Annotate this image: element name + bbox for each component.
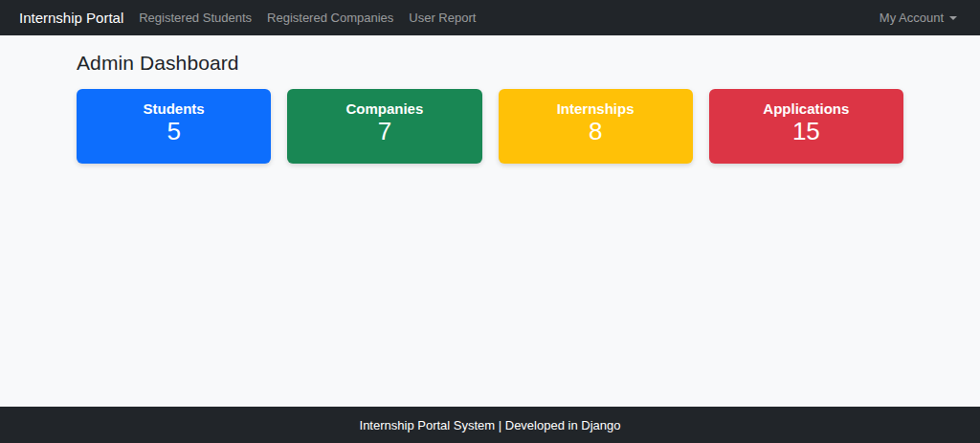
nav-link-registered-companies[interactable]: Registered Companies: [267, 11, 393, 25]
navbar-brand[interactable]: Internship Portal: [19, 10, 123, 26]
account-dropdown[interactable]: My Account: [880, 11, 957, 25]
stat-card-value: 7: [287, 118, 481, 146]
footer: Internship Portal System | Developed in …: [0, 407, 980, 443]
nav-link-registered-students[interactable]: Registered Students: [139, 11, 252, 25]
page-title: Admin Dashboard: [77, 52, 903, 75]
stat-card-students: Students 5: [77, 89, 271, 164]
stat-card-value: 5: [77, 118, 271, 146]
stat-card-value: 8: [499, 118, 693, 146]
stat-card-internships: Internships 8: [499, 89, 693, 164]
footer-text: Internship Portal System | Developed in …: [360, 418, 621, 432]
main-content: Admin Dashboard Students 5 Companies 7 I…: [77, 52, 903, 164]
navbar-links: Registered Students Registered Companies…: [139, 11, 476, 25]
stat-card-value: 15: [709, 118, 903, 146]
stat-cards-row: Students 5 Companies 7 Internships 8 App…: [77, 89, 903, 164]
account-dropdown-label: My Account: [880, 11, 944, 25]
page: Internship Portal Registered Students Re…: [0, 0, 980, 443]
navbar: Internship Portal Registered Students Re…: [0, 0, 980, 35]
stat-card-label: Internships: [499, 100, 693, 117]
stat-card-label: Companies: [287, 100, 481, 117]
nav-link-user-report[interactable]: User Report: [409, 11, 476, 25]
caret-down-icon: [949, 16, 957, 20]
stat-card-applications: Applications 15: [709, 89, 903, 164]
stat-card-companies: Companies 7: [287, 89, 481, 164]
stat-card-label: Students: [77, 100, 271, 117]
stat-card-label: Applications: [709, 100, 903, 117]
